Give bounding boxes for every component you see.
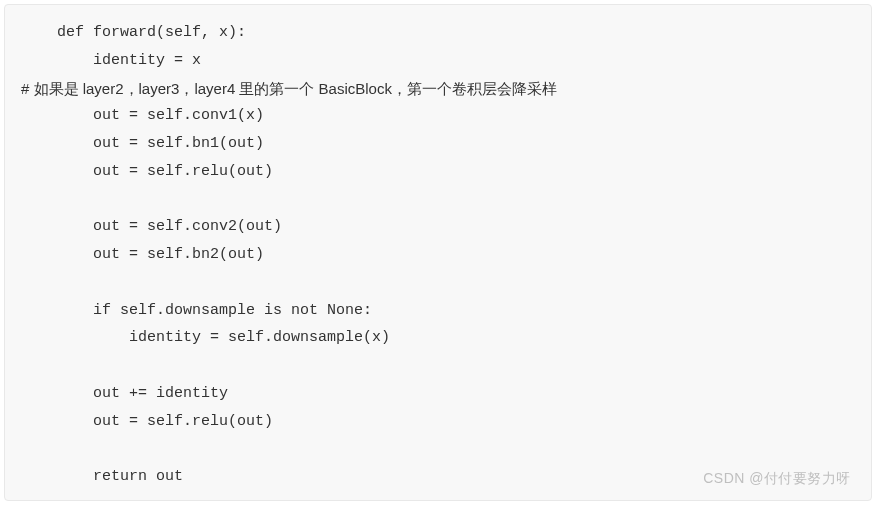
code-line: identity = self.downsample(x) bbox=[21, 324, 871, 352]
code-line bbox=[21, 269, 871, 297]
code-line: def forward(self, x): bbox=[21, 19, 871, 47]
code-line: identity = x bbox=[21, 47, 871, 75]
watermark-text: CSDN @付付要努力呀 bbox=[703, 470, 851, 488]
code-line bbox=[21, 186, 871, 214]
code-content: def forward(self, x): identity = x# 如果是 … bbox=[5, 19, 871, 491]
code-line: out += identity bbox=[21, 380, 871, 408]
code-line: # 如果是 layer2，layer3，layer4 里的第一个 BasicBl… bbox=[21, 75, 871, 103]
code-line: out = self.bn2(out) bbox=[21, 241, 871, 269]
code-line: if self.downsample is not None: bbox=[21, 297, 871, 325]
code-line: out = self.conv2(out) bbox=[21, 213, 871, 241]
code-line bbox=[21, 352, 871, 380]
code-line: out = self.relu(out) bbox=[21, 158, 871, 186]
code-line: out = self.relu(out) bbox=[21, 408, 871, 436]
code-line bbox=[21, 435, 871, 463]
code-line: out = self.bn1(out) bbox=[21, 130, 871, 158]
code-line: out = self.conv1(x) bbox=[21, 102, 871, 130]
code-block: def forward(self, x): identity = x# 如果是 … bbox=[4, 4, 872, 501]
